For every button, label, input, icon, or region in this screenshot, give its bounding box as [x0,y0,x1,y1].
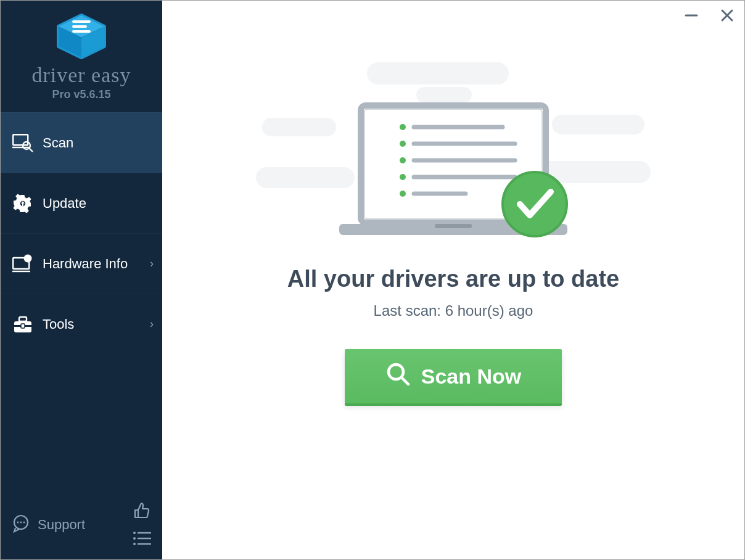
scan-now-button[interactable]: Scan Now [345,349,562,403]
svg-point-23 [133,532,136,534]
scan-now-label: Scan Now [421,364,521,389]
gear-icon [12,192,34,215]
toolbox-icon [12,313,34,336]
brand-name: driver easy [1,64,162,87]
support-label: Support [38,517,85,533]
sidebar-bottom: Support [1,494,162,559]
chat-icon [12,514,30,535]
thumbs-up-icon[interactable] [133,501,151,522]
svg-rect-14 [27,258,28,261]
sidebar-item-scan[interactable]: Scan [1,112,162,173]
status-illustration [256,56,651,253]
sidebar-item-label: Scan [43,135,73,151]
sidebar: driver easy Pro v5.6.15 Scan [1,1,162,559]
bottom-icons [133,501,151,548]
brand-version: Pro v5.6.15 [1,88,162,101]
svg-rect-16 [19,317,27,321]
close-button[interactable] [718,7,736,24]
svg-point-42 [400,174,406,180]
menu-list-icon[interactable] [133,531,151,548]
sidebar-item-label: Tools [43,316,74,332]
svg-line-7 [30,148,33,152]
support-button[interactable]: Support [12,514,85,535]
svg-point-25 [133,537,136,540]
last-scan-label: Last scan: 6 hour(s) ago [374,302,533,319]
minimize-button[interactable] [683,7,700,24]
sidebar-item-hardware-info[interactable]: Hardware Info › [1,233,162,294]
svg-point-44 [400,191,406,197]
window-controls [683,7,736,24]
svg-rect-35 [435,224,472,228]
hardware-info-icon [12,253,34,275]
chevron-right-icon: › [150,257,154,270]
scan-icon [12,132,34,154]
sidebar-item-label: Hardware Info [43,256,128,272]
svg-rect-9 [22,203,23,206]
app-window: driver easy Pro v5.6.15 Scan [0,0,745,560]
svg-rect-18 [21,324,25,328]
svg-point-22 [23,522,25,524]
svg-point-27 [133,543,136,545]
status-headline: All your drivers are up to date [287,266,619,292]
sidebar-item-update[interactable]: Update [1,173,162,233]
svg-point-21 [20,522,22,524]
nav: Scan Update [1,112,162,354]
logo-area: driver easy Pro v5.6.15 [1,1,162,112]
svg-point-20 [17,522,19,524]
main-content: All your drivers are up to date Last sca… [162,1,744,559]
logo-icon [1,13,162,60]
sidebar-item-label: Update [43,196,86,212]
svg-rect-13 [27,256,28,257]
svg-point-38 [400,141,406,147]
svg-rect-4 [13,134,28,145]
svg-line-49 [401,377,408,384]
svg-point-40 [400,157,406,163]
chevron-right-icon: › [150,318,154,331]
sidebar-item-tools[interactable]: Tools › [1,294,162,354]
svg-point-36 [400,124,406,130]
search-icon [385,361,410,391]
